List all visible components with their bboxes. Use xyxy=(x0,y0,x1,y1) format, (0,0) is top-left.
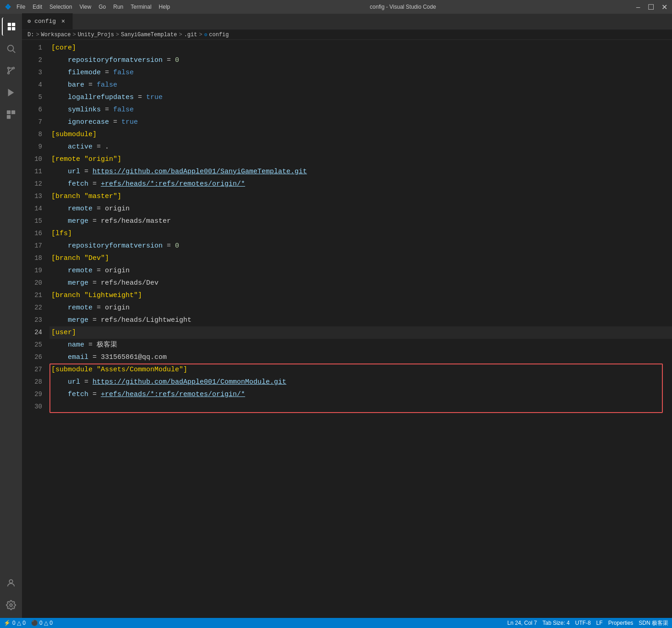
breadcrumb-git[interactable]: .git xyxy=(184,32,197,38)
line-number: 4 xyxy=(22,79,42,91)
code-line: merge = refs/heads/master xyxy=(49,215,672,227)
line-number: 28 xyxy=(22,376,42,388)
svg-rect-10 xyxy=(7,110,11,114)
code-line: [submodule] xyxy=(49,128,672,141)
breadcrumb-d[interactable]: D: xyxy=(27,32,34,38)
line-number: 25 xyxy=(22,339,42,351)
vscode-logo-icon: ❖ xyxy=(5,3,11,11)
tab-config[interactable]: ⚙ config × xyxy=(22,13,73,29)
breadcrumb-sep-1: > xyxy=(36,32,39,38)
menu-file[interactable]: File xyxy=(16,4,25,10)
window-controls[interactable]: ‒ ☐ ✕ xyxy=(636,3,667,11)
tab-close-button[interactable]: × xyxy=(60,18,67,25)
menu-edit[interactable]: Edit xyxy=(33,4,42,10)
code-line: [branch "Lightweight"] xyxy=(49,289,672,302)
code-line: email = 331565861@qq.com xyxy=(49,351,672,364)
menu-help[interactable]: Help xyxy=(159,4,170,10)
breadcrumb-sep-3: > xyxy=(116,32,119,38)
code-line: fetch = +refs/heads/*:refs/remotes/origi… xyxy=(49,388,672,401)
status-tabsize[interactable]: Tab Size: 4 xyxy=(542,620,569,626)
code-line: ignorecase = true xyxy=(49,116,672,128)
code-line: remote = origin xyxy=(49,264,672,277)
svg-rect-2 xyxy=(8,27,11,30)
svg-rect-11 xyxy=(11,110,15,114)
code-line: bare = false xyxy=(49,79,672,91)
extensions-icon[interactable] xyxy=(2,105,20,124)
main-area: ⚙ config × D: > Workspace > Unity_Projs … xyxy=(22,14,672,618)
menu-run[interactable]: Run xyxy=(113,4,123,10)
error-icon: ⚫ xyxy=(31,620,38,626)
line-number: 18 xyxy=(22,252,42,264)
status-git[interactable]: ⚡ 0 △ 0 xyxy=(4,620,26,626)
close-button[interactable]: ✕ xyxy=(661,3,667,11)
line-number: 1 xyxy=(22,42,42,54)
svg-rect-0 xyxy=(8,23,11,26)
tab-label: config xyxy=(34,18,56,25)
status-notifications[interactable]: SDN 极客渠 xyxy=(639,619,668,627)
status-language[interactable]: Properties xyxy=(608,620,634,626)
tab-icon: ⚙ xyxy=(27,18,31,25)
minimize-button[interactable]: ‒ xyxy=(636,3,640,11)
svg-point-13 xyxy=(9,580,12,583)
line-number: 6 xyxy=(22,104,42,116)
menu-selection[interactable]: Selection xyxy=(49,4,72,10)
account-icon[interactable] xyxy=(2,574,20,592)
code-line: name = 极客渠 xyxy=(49,339,672,351)
svg-point-8 xyxy=(8,72,10,74)
settings-icon[interactable] xyxy=(2,596,20,614)
code-line: filemode = false xyxy=(49,66,672,79)
code-line: symlinks = false xyxy=(49,104,672,116)
breadcrumb-config[interactable]: config xyxy=(209,32,229,38)
error-count: 0 △ 0 xyxy=(39,620,53,626)
activity-bar xyxy=(0,14,22,618)
status-encoding[interactable]: UTF-8 xyxy=(575,620,591,626)
run-debug-icon[interactable] xyxy=(2,83,20,102)
status-position[interactable]: Ln 24, Col 7 xyxy=(508,620,537,626)
svg-line-5 xyxy=(13,50,15,53)
title-bar-left: ❖ File Edit Selection View Go Run Termin… xyxy=(5,3,170,11)
app-layout: ⚙ config × D: > Workspace > Unity_Projs … xyxy=(0,14,672,618)
code-line: [user] xyxy=(49,326,672,339)
search-icon[interactable] xyxy=(2,39,20,58)
line-number: 27 xyxy=(22,364,42,376)
code-line: url = https://github.com/badApple001/Com… xyxy=(49,376,672,388)
menu-go[interactable]: Go xyxy=(98,4,106,10)
breadcrumb-sep-2: > xyxy=(72,32,76,38)
line-number: 23 xyxy=(22,314,42,326)
line-number: 14 xyxy=(22,203,42,215)
menu-terminal[interactable]: Terminal xyxy=(131,4,151,10)
editor-area[interactable]: 1234567891011121314151617181920212223242… xyxy=(22,40,672,618)
code-line: [submodule "Assets/CommonModule"] xyxy=(49,364,672,376)
svg-point-14 xyxy=(10,604,12,606)
svg-point-4 xyxy=(8,45,14,51)
maximize-button[interactable]: ☐ xyxy=(648,3,654,11)
breadcrumb-config-icon: ⚙ xyxy=(204,32,208,38)
line-number: 11 xyxy=(22,165,42,178)
menu-view[interactable]: View xyxy=(79,4,91,10)
code-line: [core] xyxy=(49,42,672,54)
menu-bar[interactable]: File Edit Selection View Go Run Terminal… xyxy=(16,4,170,10)
status-lineending[interactable]: LF xyxy=(596,620,603,626)
code-line: [branch "master"] xyxy=(49,190,672,203)
status-errors[interactable]: ⚫ 0 △ 0 xyxy=(31,620,53,626)
breadcrumb-unity[interactable]: Unity_Projs xyxy=(78,32,114,38)
line-number: 17 xyxy=(22,240,42,252)
code-content[interactable]: [core] repositoryformatversion = 0 filem… xyxy=(49,40,672,618)
line-number: 22 xyxy=(22,302,42,314)
line-number: 16 xyxy=(22,227,42,240)
breadcrumb-sanyi[interactable]: SanyiGameTemplate xyxy=(121,32,177,38)
line-number: 29 xyxy=(22,388,42,401)
code-line: [lfs] xyxy=(49,227,672,240)
breadcrumb-workspace[interactable]: Workspace xyxy=(41,32,71,38)
source-control-icon[interactable] xyxy=(2,61,20,80)
window-title: config - Visual Studio Code xyxy=(370,4,436,10)
line-number: 24 xyxy=(22,326,42,339)
explorer-icon[interactable] xyxy=(2,17,20,36)
line-number: 5 xyxy=(22,91,42,104)
breadcrumb: D: > Workspace > Unity_Projs > SanyiGame… xyxy=(22,30,672,40)
svg-rect-1 xyxy=(12,23,15,26)
line-number: 8 xyxy=(22,128,42,141)
line-number: 26 xyxy=(22,351,42,364)
code-line: remote = origin xyxy=(49,302,672,314)
svg-point-7 xyxy=(13,67,15,69)
